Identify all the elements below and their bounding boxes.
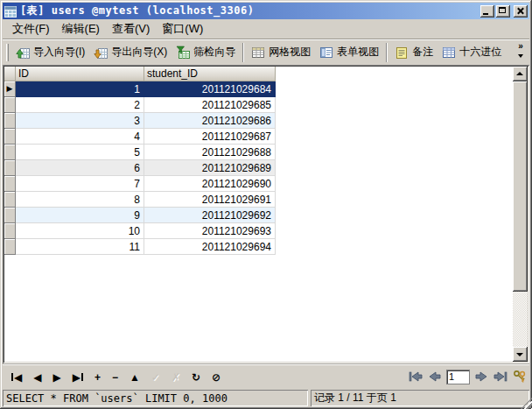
page-number-input[interactable] xyxy=(446,370,470,384)
toolbar-button-label: 十六进位 xyxy=(459,45,501,60)
table-row[interactable]: ▶1201121029684 xyxy=(4,81,276,97)
status-bar: SELECT * FROM `users` LIMIT 0, 1000 记录 1… xyxy=(3,390,529,406)
menu-item-window[interactable]: 窗口(W) xyxy=(156,19,209,39)
row-id-cell[interactable]: 11 xyxy=(16,239,144,255)
toolbar-overflow-chevron[interactable]: » xyxy=(514,42,527,63)
toolbar-button-label: 网格视图 xyxy=(269,45,311,60)
post-edit-button[interactable]: ✓ xyxy=(151,371,160,384)
pagination xyxy=(408,363,528,390)
row-id-cell[interactable]: 7 xyxy=(16,176,144,192)
row-student-id-cell[interactable]: 201121029687 xyxy=(144,129,276,145)
delete-record-button[interactable]: − xyxy=(112,371,118,384)
row-student-id-cell[interactable]: 201121029684 xyxy=(144,81,276,97)
toolbar-button-label: 导出向导(X) xyxy=(111,45,167,60)
row-selector-cell[interactable] xyxy=(4,160,16,176)
row-student-id-cell[interactable]: 201121029688 xyxy=(144,145,276,160)
menu-item-file[interactable]: 文件(F) xyxy=(6,19,56,39)
row-id-cell[interactable]: 8 xyxy=(16,192,144,208)
table-row[interactable]: 9201121029692 xyxy=(4,208,276,223)
scroll-down-button[interactable] xyxy=(513,347,528,362)
table-row[interactable]: 5201121029688 xyxy=(4,145,276,160)
next-page-button[interactable] xyxy=(474,370,489,383)
row-id-cell[interactable]: 10 xyxy=(16,223,144,239)
filter-wizard-button[interactable]: 筛检向导 xyxy=(172,42,240,62)
menu-item-view[interactable]: 查看(V) xyxy=(106,19,156,39)
row-id-cell[interactable]: 9 xyxy=(16,208,144,223)
add-record-button[interactable]: + xyxy=(94,371,101,384)
table-row[interactable]: 6201121029689 xyxy=(4,160,276,176)
data-grid-area: ID student_ID ▶1201121029684220112102968… xyxy=(3,65,529,363)
prev-record-button[interactable]: ◀ xyxy=(33,371,41,384)
export-wizard-button[interactable]: 导出向导(X) xyxy=(89,42,172,62)
row-student-id-cell[interactable]: 201121029690 xyxy=(144,176,276,192)
row-selector-cell[interactable] xyxy=(4,239,16,255)
vertical-scrollbar[interactable] xyxy=(513,67,528,362)
first-record-icon: ◀ xyxy=(14,371,22,384)
row-student-id-cell[interactable]: 201121029693 xyxy=(144,223,276,239)
row-selector-cell[interactable]: ▶ xyxy=(4,81,16,97)
toolbar-button-label: 筛检向导 xyxy=(193,45,235,60)
scroll-up-button[interactable] xyxy=(513,67,528,81)
prev-record-icon: ◀ xyxy=(33,371,41,384)
table-row[interactable]: 4201121029687 xyxy=(4,129,276,145)
row-id-cell[interactable]: 5 xyxy=(16,145,144,160)
row-student-id-cell[interactable]: 201121029689 xyxy=(144,160,276,176)
toolbar-button-label: 导入向导(I) xyxy=(33,45,85,60)
row-selector-cell[interactable] xyxy=(4,97,16,113)
scrollbar-thumb[interactable] xyxy=(513,81,528,292)
memo-button[interactable]: 备注 xyxy=(390,42,438,62)
row-selector-cell[interactable] xyxy=(4,176,16,192)
row-id-cell[interactable]: 6 xyxy=(16,160,144,176)
refresh-button[interactable]: ↻ xyxy=(192,371,200,384)
table-row[interactable]: 10201121029693 xyxy=(4,223,276,239)
import-wizard-button[interactable]: 导入向导(I) xyxy=(11,42,89,62)
row-student-id-cell[interactable]: 201121029694 xyxy=(144,239,276,255)
first-record-button[interactable]: ◀ xyxy=(11,371,22,384)
toolbar-gripper[interactable] xyxy=(6,44,9,61)
row-id-cell[interactable]: 4 xyxy=(16,129,144,145)
grid-view-button[interactable]: 网格视图 xyxy=(247,42,315,62)
first-page-button[interactable] xyxy=(408,370,423,383)
title-bar: [表] users @mytest (localhost_3306) xyxy=(3,3,529,19)
toolbar-separator xyxy=(386,43,388,62)
hex-icon xyxy=(442,46,456,60)
row-selector-header[interactable] xyxy=(4,67,16,81)
row-selector-cell[interactable] xyxy=(4,145,16,160)
hex-button[interactable]: 十六进位 xyxy=(438,42,506,62)
last-page-button[interactable] xyxy=(494,370,508,383)
row-selector-cell[interactable] xyxy=(4,208,16,223)
close-button[interactable] xyxy=(514,5,528,18)
row-id-cell[interactable]: 2 xyxy=(16,97,144,113)
row-selector-cell[interactable] xyxy=(4,129,16,145)
table-row[interactable]: 7201121029690 xyxy=(4,176,276,192)
record-nav-buttons: ◀◀▶▶+−▲✓✗↻⊘ xyxy=(3,371,220,384)
window-title: [表] users @mytest (localhost_3306) xyxy=(20,4,479,18)
chevron-glyph: » xyxy=(518,42,523,51)
maximize-button[interactable] xyxy=(496,5,510,18)
set-limit-keys-button[interactable] xyxy=(513,370,528,384)
menu-item-edit[interactable]: 编辑(E) xyxy=(56,19,106,39)
form-view-button[interactable]: 表单视图 xyxy=(315,42,383,62)
row-student-id-cell[interactable]: 201121029692 xyxy=(144,208,276,223)
row-selector-cell[interactable] xyxy=(4,223,16,239)
row-selector-cell[interactable] xyxy=(4,113,16,129)
table-row[interactable]: 3201121029686 xyxy=(4,113,276,129)
row-selector-cell[interactable] xyxy=(4,192,16,208)
last-record-button[interactable]: ▶ xyxy=(73,371,83,384)
prev-page-button[interactable] xyxy=(427,370,442,383)
column-header-id[interactable]: ID xyxy=(16,67,144,81)
stop-button[interactable]: ⊘ xyxy=(212,371,220,384)
table-row[interactable]: 2201121029685 xyxy=(4,97,276,113)
row-student-id-cell[interactable]: 201121029685 xyxy=(144,97,276,113)
cancel-edit-button[interactable]: ✗ xyxy=(172,371,180,384)
row-student-id-cell[interactable]: 201121029686 xyxy=(144,113,276,129)
row-id-cell[interactable]: 3 xyxy=(16,113,144,129)
minimize-button[interactable] xyxy=(480,5,494,18)
row-student-id-cell[interactable]: 201121029691 xyxy=(144,192,276,208)
edit-record-button[interactable]: ▲ xyxy=(130,371,140,384)
row-id-cell[interactable]: 1 xyxy=(16,81,144,97)
column-header-student-id[interactable]: student_ID xyxy=(144,67,276,81)
next-record-button[interactable]: ▶ xyxy=(52,371,60,384)
table-row[interactable]: 11201121029694 xyxy=(4,239,276,255)
table-row[interactable]: 8201121029691 xyxy=(4,192,276,208)
